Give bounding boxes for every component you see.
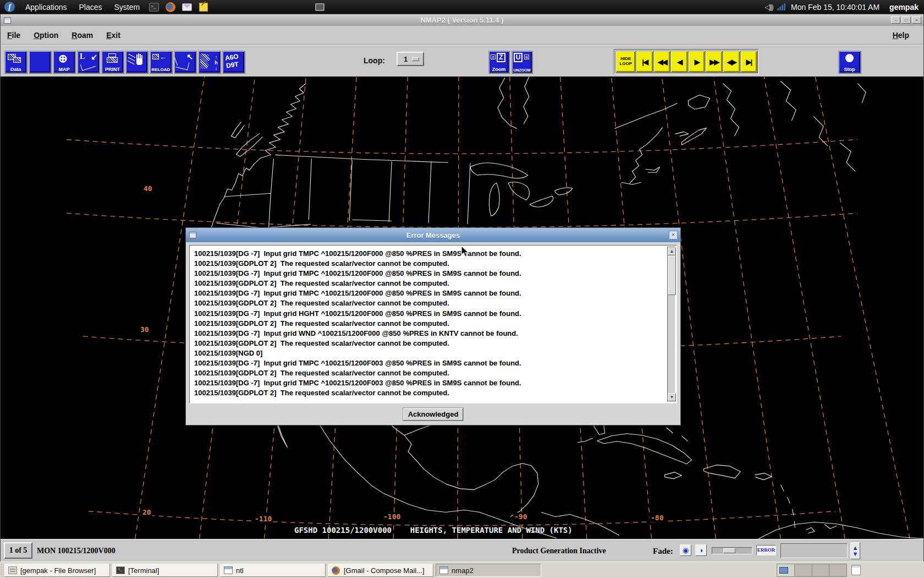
task-terminal[interactable]: >_ [Terminal]	[112, 564, 218, 577]
task-file-browser[interactable]: [gempak - File Browser]	[4, 564, 110, 577]
map-button[interactable]: ⊕ MAP	[53, 51, 75, 73]
firefox-launcher-icon[interactable]	[165, 2, 176, 13]
error-indicator-button[interactable]: ERROR	[756, 545, 776, 555]
reload-button[interactable]: ← RELOAD	[150, 51, 172, 73]
first-frame-button[interactable]: |◀	[636, 51, 653, 72]
workspace-4[interactable]	[829, 564, 846, 576]
spinner-up-icon: ▲	[853, 545, 859, 550]
zoom-button[interactable]: z Z Zoom	[489, 51, 509, 73]
menu-roam[interactable]: Roam	[65, 29, 100, 42]
system-menu[interactable]: System	[108, 0, 146, 14]
window-icon	[439, 566, 448, 574]
arrow-icon: ↙	[91, 52, 97, 61]
sticky-notes-icon[interactable]	[851, 565, 861, 575]
print-button[interactable]: PRINT	[102, 51, 123, 73]
play-icon: ▶	[695, 58, 699, 66]
menu-option[interactable]: Option	[27, 29, 65, 42]
fast-forward-button[interactable]: ▶▶	[706, 51, 722, 72]
scroll-down-icon[interactable]: ▼	[668, 393, 676, 401]
task-ntl[interactable]: ntl	[220, 564, 326, 577]
lon-label-110: -110	[254, 515, 273, 523]
rewind-icon: ◀◀	[658, 58, 667, 66]
scrollbar-thumb[interactable]	[668, 255, 676, 295]
frame-counter[interactable]: 1 of 5	[4, 542, 32, 559]
loop-select[interactable]: 1	[397, 52, 424, 66]
stop-icon	[845, 54, 854, 62]
error-message-line: 100215/1039[GDPLOT 2] The requested scal…	[194, 319, 663, 329]
workspace-2[interactable]	[795, 564, 812, 576]
frame-datetime: MON 100215/1200V000	[37, 547, 116, 555]
menu-file[interactable]: File	[1, 29, 27, 42]
dialog-titlebar[interactable]: Error Messages ×	[186, 228, 680, 242]
status-message-box	[780, 543, 848, 558]
fade-toggle-image[interactable]: ◉	[680, 544, 691, 556]
step-back-button[interactable]: ◀	[671, 51, 688, 72]
dialog-scrollbar[interactable]: ▲ ▼	[667, 247, 675, 402]
fade-toggle-graphics[interactable]: ◑	[695, 544, 707, 556]
workspace-1[interactable]	[777, 564, 795, 576]
scroll-up-icon[interactable]: ▲	[668, 247, 676, 255]
minimize-button[interactable]: –	[891, 17, 900, 24]
applications-menu[interactable]: Applications	[19, 0, 73, 14]
rock-loop-button[interactable]: ◀▶	[723, 51, 740, 72]
window-title: NMAP2 ( Version 5.11.4 )	[1, 16, 923, 24]
loop-frames-button[interactable]: L ↙	[78, 51, 99, 73]
fedora-menu-icon[interactable]: f	[4, 2, 15, 12]
unzoom-icon: U	[514, 53, 522, 62]
fade-slider[interactable]	[712, 547, 752, 554]
close-button[interactable]: ×	[912, 17, 921, 24]
error-message-line: 100215/1039[DG -7] Input grid TMPC ^1002…	[194, 249, 663, 259]
option-menu-indicator	[412, 57, 419, 61]
dialog-window-menu-icon[interactable]	[189, 232, 196, 238]
notes-launcher-icon[interactable]	[198, 2, 209, 13]
satellite-image-button[interactable]: ↑h↓	[199, 51, 220, 73]
clock[interactable]: Mon Feb 15, 10:40:01 AM	[791, 3, 879, 12]
play-forward-button[interactable]: ▶	[689, 51, 705, 72]
dialog-footer: Acknowledged	[186, 403, 680, 425]
volume-icon[interactable]: ◁)))	[765, 3, 773, 11]
dialog-close-icon[interactable]: ×	[669, 231, 678, 239]
fade-button[interactable]	[126, 51, 147, 73]
window-menu-icon[interactable]	[4, 17, 11, 24]
mail-launcher-icon[interactable]	[182, 2, 193, 13]
maximize-button[interactable]: □	[901, 17, 911, 24]
stop-button[interactable]: Stop	[839, 51, 860, 73]
acknowledged-button[interactable]: Acknowledged	[403, 408, 464, 421]
blank-button[interactable]	[29, 51, 51, 73]
print-icon	[108, 53, 116, 57]
fade-graphics-icon: ◑	[699, 546, 703, 555]
loop-transport-panel: Hide Loop |◀ ◀◀ ◀ ▶ ▶▶ ◀▶ ▶|	[614, 49, 759, 74]
toolbar: Data ⊕ MAP L ↙ PRINT	[1, 45, 923, 77]
titlebar[interactable]: NMAP2 ( Version 5.11.4 ) – □ ×	[1, 14, 923, 26]
last-frame-button[interactable]: ▶|	[741, 51, 757, 72]
map-caption: GFSHD 100215/1200V000 HEIGHTS, TEMPERATU…	[294, 526, 573, 535]
source-spinner[interactable]: ▲ ▼	[850, 542, 860, 559]
pointer-edit-button[interactable]: ↖	[174, 51, 196, 73]
menu-exit[interactable]: Exit	[100, 29, 127, 42]
fade-slider-thumb[interactable]	[723, 548, 735, 553]
network-signal-icon[interactable]	[777, 3, 785, 10]
obs-plot-button[interactable]: A6O D9T	[223, 51, 244, 73]
workspace-3[interactable]	[812, 564, 830, 576]
lon-label-80: -80	[650, 514, 664, 522]
panel-handle[interactable]	[1, 564, 3, 577]
first-frame-icon: |◀	[642, 58, 647, 66]
lon-label-100: -100	[382, 512, 402, 521]
hide-loop-button[interactable]: Hide Loop	[616, 51, 635, 72]
unzoom-button[interactable]: U u Unzoom	[512, 51, 532, 73]
places-menu[interactable]: Places	[73, 0, 108, 14]
gnome-top-panel: f Applications Places System >_ ◁))) Mon…	[0, 0, 924, 14]
menu-help[interactable]: Help	[886, 29, 916, 42]
rewind-button[interactable]: ◀◀	[654, 51, 670, 72]
workspace-switcher[interactable]	[777, 564, 847, 577]
task-nmap2[interactable]: nmap2	[436, 564, 541, 577]
error-message-list: 100215/1039[DG -7] Input grid TMPC ^1002…	[191, 247, 667, 402]
terminal-launcher-icon[interactable]: >_	[148, 2, 160, 13]
fade-label: Fade:	[653, 547, 673, 556]
display-applet-icon[interactable]	[314, 2, 325, 13]
loop-label: Loop:	[364, 56, 385, 65]
last-frame-icon: ▶|	[746, 58, 751, 66]
task-gmail[interactable]: [Gmail - Compose Mail...]	[328, 564, 433, 577]
error-message-line: 100215/1039[GDPLOT 2] The requested scal…	[194, 279, 663, 288]
data-button[interactable]: Data	[5, 51, 26, 73]
